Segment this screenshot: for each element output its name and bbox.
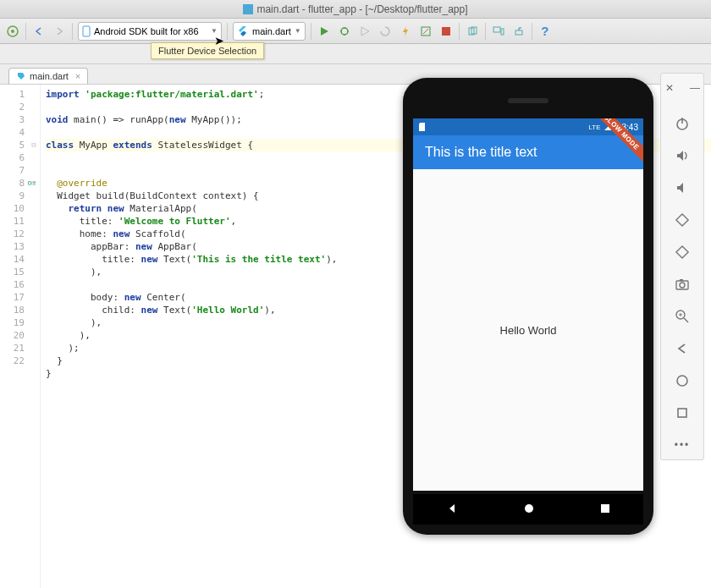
zoom-icon[interactable] bbox=[673, 307, 692, 326]
flutter-icon bbox=[237, 25, 249, 37]
android-emulator: LTE 3:43 This is the title text SLOW MOD… bbox=[403, 78, 653, 535]
dart-file-icon bbox=[243, 4, 253, 14]
android-nav-bar bbox=[413, 494, 643, 525]
flash-button[interactable] bbox=[398, 24, 413, 39]
breadcrumb-bar bbox=[0, 44, 711, 64]
network-label: LTE bbox=[588, 124, 600, 131]
chevron-down-icon: ▼ bbox=[295, 27, 301, 35]
mouse-cursor: ➤ bbox=[214, 34, 224, 47]
volume-up-icon[interactable] bbox=[673, 146, 692, 165]
screenshot-icon[interactable] bbox=[673, 275, 692, 294]
svg-rect-10 bbox=[442, 27, 450, 36]
sd-card-icon bbox=[418, 122, 427, 132]
svg-rect-13 bbox=[493, 27, 500, 32]
run-config-label: main.dart bbox=[252, 26, 291, 36]
avd-manager-button[interactable] bbox=[491, 24, 506, 39]
power-icon[interactable] bbox=[673, 114, 692, 133]
window-title: main.dart - flutter_app - [~/Desktop/flu… bbox=[256, 3, 467, 15]
emu-minimize-icon[interactable]: — bbox=[686, 79, 704, 97]
svg-point-18 bbox=[525, 504, 533, 513]
run-config-dropdown[interactable]: main.dart ▼ bbox=[233, 22, 306, 41]
svg-rect-32 bbox=[678, 409, 686, 417]
nav-home-icon[interactable] bbox=[523, 503, 535, 517]
device-tooltip: Flutter Device Selection bbox=[151, 42, 264, 59]
debug-button[interactable] bbox=[337, 24, 352, 39]
stop-button[interactable] bbox=[438, 24, 454, 39]
phone-speaker bbox=[508, 98, 548, 103]
window-title-bar: main.dart - flutter_app - [~/Desktop/flu… bbox=[0, 0, 711, 19]
svg-point-4 bbox=[341, 28, 348, 35]
svg-rect-15 bbox=[515, 30, 522, 35]
volume-down-icon[interactable] bbox=[673, 179, 692, 197]
svg-rect-14 bbox=[501, 29, 504, 35]
nav-back-icon[interactable] bbox=[446, 503, 458, 517]
device-selector-label: Android SDK built for x86 bbox=[94, 26, 199, 36]
coverage-button[interactable] bbox=[357, 24, 372, 39]
svg-rect-23 bbox=[676, 246, 688, 258]
svg-rect-22 bbox=[676, 214, 688, 226]
svg-line-28 bbox=[684, 318, 688, 322]
app-bar: This is the title text bbox=[413, 135, 643, 169]
android-icon[interactable] bbox=[5, 24, 20, 39]
file-tab-label: main.dart bbox=[30, 71, 69, 81]
fold-icon[interactable]: ⊟ bbox=[30, 177, 38, 190]
svg-point-25 bbox=[680, 283, 685, 288]
main-toolbar: Android SDK built for x86 ▼ main.dart ▼ … bbox=[0, 19, 711, 44]
nav-back-button[interactable] bbox=[31, 24, 47, 39]
rotate-left-icon[interactable] bbox=[673, 211, 692, 229]
open-devtools-button[interactable] bbox=[418, 24, 433, 39]
svg-rect-3 bbox=[83, 26, 90, 36]
emu-back-icon[interactable] bbox=[673, 339, 692, 358]
attach-agent-button[interactable] bbox=[465, 24, 480, 39]
svg-point-31 bbox=[677, 376, 687, 386]
phone-frame: LTE 3:43 This is the title text SLOW MOD… bbox=[403, 78, 653, 535]
app-body: Hello World bbox=[413, 169, 643, 491]
body-text: Hello World bbox=[500, 324, 557, 337]
fold-icon[interactable]: ⊟ bbox=[30, 139, 38, 151]
nav-recent-icon[interactable] bbox=[600, 503, 610, 516]
help-button[interactable]: ? bbox=[537, 24, 553, 39]
app-bar-title: This is the title text bbox=[425, 145, 537, 160]
more-icon[interactable]: ••• bbox=[673, 436, 692, 454]
hot-reload-button[interactable] bbox=[378, 24, 393, 39]
close-tab-icon[interactable]: × bbox=[75, 71, 80, 81]
rotate-right-icon[interactable] bbox=[673, 243, 692, 261]
svg-point-2 bbox=[11, 30, 14, 33]
nav-forward-button[interactable] bbox=[52, 24, 67, 39]
emu-overview-icon[interactable] bbox=[673, 404, 692, 422]
phone-icon bbox=[82, 25, 91, 37]
phone-screen[interactable]: LTE 3:43 This is the title text SLOW MOD… bbox=[413, 118, 643, 491]
dart-file-icon bbox=[16, 71, 26, 81]
svg-rect-0 bbox=[243, 4, 253, 14]
svg-rect-19 bbox=[601, 504, 609, 513]
svg-rect-26 bbox=[680, 279, 683, 281]
device-selector-dropdown[interactable]: Android SDK built for x86 ▼ bbox=[78, 22, 222, 41]
emu-close-icon[interactable]: ✕ bbox=[660, 79, 679, 97]
sdk-manager-button[interactable] bbox=[511, 24, 526, 39]
line-number-gutter: 1 2 3 4 5 6 7 8 9 10 11 12 13 14 15 16 1… bbox=[0, 85, 41, 588]
emulator-controls: ✕ — ••• bbox=[660, 73, 704, 460]
tab-main-dart[interactable]: main.dart × bbox=[8, 68, 88, 84]
run-button[interactable] bbox=[317, 24, 332, 39]
emu-home-icon[interactable] bbox=[673, 371, 692, 390]
